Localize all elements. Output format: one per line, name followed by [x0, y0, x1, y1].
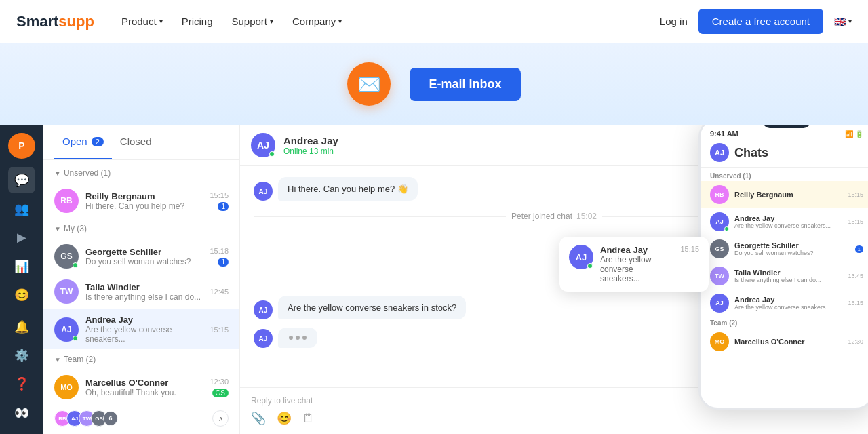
nav-support[interactable]: Support ▾: [231, 16, 273, 27]
logo[interactable]: Smart supp: [16, 13, 94, 31]
sidebar-item-help[interactable]: ❓: [8, 371, 35, 397]
marcellus-badge: GS: [212, 389, 229, 397]
andrea-avatar: AJ: [54, 317, 79, 342]
phone-georgette-badge: 1: [855, 245, 863, 253]
attachment-button[interactable]: 📎: [251, 411, 266, 426]
phone-time: 9:41 AM: [710, 130, 738, 138]
reilly-time: 15:15: [210, 191, 229, 199]
georgette-info: Georgette Schiller Do you sell woman wat…: [85, 247, 203, 267]
phone-andrea2-avatar: AJ: [710, 294, 729, 313]
chat-window-container: AJ Andrea Jay Online 13 min P ▼ ✓ Resolv…: [240, 125, 868, 434]
phone-item-andrea-2[interactable]: AJ Andrea Jay Are the yellow converse sn…: [701, 290, 868, 317]
user-message-bubble-2: Are the yellow converse sneakers in stoc…: [278, 296, 466, 319]
bell-icon: 🔔: [14, 319, 29, 334]
andrea-name: Andrea Jay: [85, 315, 203, 325]
open-count-badge: 2: [92, 137, 104, 146]
phone-andrea-info: Andrea Jay Are the yellow converse sneak…: [734, 214, 842, 229]
chat-item-talia[interactable]: TW Talia Windler Is there anything else …: [43, 274, 239, 309]
agents-icon: 👀: [14, 406, 29, 420]
sidebar-item-visitors[interactable]: 👥: [8, 196, 35, 222]
phone-header-row: AJ Chats: [701, 140, 868, 168]
popup-preview: Are the yellow converse sneakers...: [600, 255, 673, 283]
product-chevron-icon: ▾: [159, 18, 163, 25]
section-header-my[interactable]: ▼ My (3): [43, 218, 239, 239]
system-timestamp: 15:02: [576, 212, 597, 221]
team-count-badge: 6: [103, 411, 118, 426]
language-selector[interactable]: 🇬🇧 ▾: [834, 16, 852, 27]
nav-company[interactable]: Company ▾: [292, 16, 342, 27]
gear-icon: ⚙️: [14, 348, 29, 363]
georgette-badge: 1: [218, 258, 229, 267]
sidebar-item-agents[interactable]: 👀: [8, 400, 35, 426]
chat-item-georgette[interactable]: GS Georgette Schiller Do you sell woman …: [43, 239, 239, 274]
create-account-button[interactable]: Create a free account: [698, 9, 823, 34]
phone-andrea-name: Andrea Jay: [734, 214, 842, 222]
user-msg-avatar-2: AJ: [254, 300, 273, 319]
company-chevron-icon: ▾: [338, 18, 342, 25]
georgette-meta: 15:18 1: [210, 247, 229, 267]
tab-closed[interactable]: Closed: [112, 125, 160, 159]
andrea-preview: Are the yellow converse sneakers...: [85, 325, 203, 344]
collapse-btn[interactable]: ∧: [212, 410, 229, 427]
sidebar-item-bots[interactable]: ▶: [8, 224, 35, 250]
phone-andrea-preview: Are the yellow converse sneakers...: [734, 222, 842, 229]
georgette-time: 15:18: [210, 247, 229, 255]
login-button[interactable]: Log in: [660, 16, 688, 27]
help-icon: ❓: [14, 376, 29, 391]
support-chevron-icon: ▾: [270, 18, 273, 25]
template-button[interactable]: 🗒: [302, 412, 315, 426]
phone-marcellus-name: Marcellus O'Conner: [734, 338, 842, 346]
email-icon: ✉️: [357, 73, 381, 96]
user-typing-avatar: AJ: [254, 329, 273, 348]
phone-georgette-preview: Do you sell woman watches?: [734, 250, 850, 256]
popup-name: Andrea Jay: [600, 245, 673, 255]
phone-marcellus-time: 12:30: [848, 338, 863, 345]
reilly-preview: Hi there. Can you help me?: [85, 201, 203, 211]
chat-item-reilly[interactable]: RB Reilly Bergnaum Hi there. Can you hel…: [43, 183, 239, 218]
hero-section: ✉️ E-mail Inbox: [0, 43, 868, 125]
section-header-team[interactable]: ▼ Team (2): [43, 349, 239, 370]
emoji-button[interactable]: 😊: [277, 411, 292, 426]
email-icon-container: ✉️: [347, 62, 391, 106]
chat-header-avatar: AJ: [251, 133, 275, 157]
phone-item-reilly[interactable]: RB Reilly Bergnaum 15:15: [701, 181, 868, 208]
sidebar-item-chat[interactable]: 💬: [8, 167, 35, 193]
georgette-preview: Do you sell woman watches?: [85, 257, 203, 267]
phone-reilly-time: 15:15: [848, 191, 863, 198]
navbar: Smart supp Product ▾ Pricing Support ▾ C…: [0, 0, 868, 43]
phone-notch: [763, 125, 810, 128]
phone-talia-avatar: TW: [710, 267, 729, 285]
marcellus-info: Marcellus O'Conner Oh, beautiful! Thank …: [85, 378, 203, 397]
phone-item-talia[interactable]: TW Talia Windler Is there anything else …: [701, 262, 868, 290]
phone-andrea2-info: Andrea Jay Are the yellow converse sneak…: [734, 296, 842, 311]
sidebar-item-analytics[interactable]: 📊: [8, 254, 35, 279]
chat-header-info: Andrea Jay Online 13 min: [283, 135, 697, 156]
section-header-unserved[interactable]: ▼ Unserved (1): [43, 163, 239, 183]
andrea-meta: 15:15: [210, 326, 229, 334]
lang-chevron-icon: ▾: [848, 18, 852, 25]
contacts-icon: 😊: [14, 288, 29, 302]
chat-item-andrea[interactable]: AJ Andrea Jay Are the yellow converse sn…: [43, 309, 239, 349]
visitors-icon: 👥: [14, 201, 29, 216]
nav-items: Product ▾ Pricing Support ▾ Company ▾: [121, 16, 660, 27]
chat-item-marcellus[interactable]: MO Marcellus O'Conner Oh, beautiful! Tha…: [43, 370, 239, 405]
andrea-time: 15:15: [210, 326, 229, 334]
sidebar-item-notifications[interactable]: 🔔: [8, 313, 35, 339]
phone-item-andrea[interactable]: AJ Andrea Jay Are the yellow converse sn…: [701, 208, 868, 235]
sidebar-item-contacts[interactable]: 😊: [8, 282, 35, 308]
nav-product[interactable]: Product ▾: [121, 16, 163, 27]
phone-item-georgette[interactable]: GS Georgette Schiller Do you sell woman …: [701, 235, 868, 262]
georgette-name: Georgette Schiller: [85, 247, 203, 257]
tab-open[interactable]: Open 2: [54, 125, 112, 159]
my-chevron-icon: ▼: [54, 225, 61, 233]
reply-actions: 📎 😊 🗒: [251, 411, 857, 426]
email-inbox-button[interactable]: E-mail Inbox: [410, 68, 520, 101]
team-group-row[interactable]: RB AJ TW GS 6 ∧: [43, 405, 239, 432]
phone-item-marcellus[interactable]: MO Marcellus O'Conner 12:30: [701, 328, 868, 355]
sidebar-user-avatar[interactable]: P: [8, 133, 35, 159]
nav-pricing[interactable]: Pricing: [182, 16, 213, 27]
phone-marcellus-info: Marcellus O'Conner: [734, 338, 842, 346]
sidebar-item-settings[interactable]: ⚙️: [8, 342, 35, 368]
phone-reilly-name: Reilly Bergnaum: [734, 191, 842, 199]
popup-time: 15:15: [680, 245, 699, 253]
